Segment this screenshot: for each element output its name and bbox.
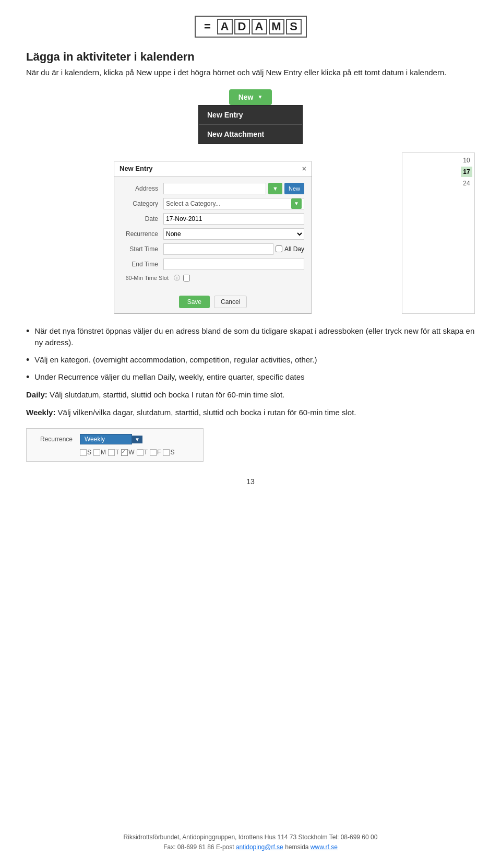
bullet-item-3: • Under Recurrence väljer du mellan Dail…: [26, 371, 475, 383]
date-input[interactable]: [163, 213, 304, 225]
day-cb-m[interactable]: [93, 449, 100, 456]
day-label-s1: S: [87, 449, 91, 456]
cal-row-24: 24: [404, 178, 472, 189]
daily-text: Välj slutdatum, starttid, sluttid och bo…: [47, 390, 284, 399]
end-time-row: End Time: [122, 259, 304, 270]
recurrence-input-group: None: [163, 228, 304, 240]
heading-section: Lägga in aktiviteter i kalendern När du …: [26, 50, 475, 79]
recurrence-row: Recurrence None: [122, 228, 304, 240]
footer-email-link[interactable]: antidoping@rf.se: [236, 843, 283, 851]
page-footer: Riksidrottsförbundet, Antidopinggruppen,…: [0, 832, 501, 852]
allday-label: All Day: [284, 245, 304, 253]
logo-char-a: A: [217, 19, 233, 34]
new-entry-menu-item[interactable]: New Entry: [199, 105, 302, 125]
day-w: W: [121, 449, 134, 456]
save-button[interactable]: Save: [179, 296, 210, 308]
daily-paragraph: Daily: Välj slutdatum, starttid, sluttid…: [26, 389, 475, 401]
day-cb-s1[interactable]: [80, 449, 87, 456]
new-button[interactable]: New ▼: [229, 89, 272, 105]
start-time-input[interactable]: [163, 243, 273, 255]
bullet-text-2: Välj en kategori. (overnight accommodati…: [34, 354, 475, 366]
allday-checkbox[interactable]: [276, 245, 282, 252]
footer-line2: Fax: 08-699 61 86 E-post antidoping@rf.s…: [0, 842, 501, 852]
address-row: Address ▼ New: [122, 183, 304, 194]
dialog-title: New Entry: [120, 165, 153, 172]
bullet-dot-2: •: [26, 354, 29, 366]
day-s1: S: [80, 449, 91, 456]
logo-char-d: D: [234, 19, 250, 34]
recurrence-select[interactable]: None: [163, 228, 304, 240]
address-new-button[interactable]: New: [284, 183, 304, 194]
allday-checkbox-row: All Day: [276, 243, 304, 255]
cal-row-17: 17: [404, 167, 472, 177]
rec-select[interactable]: Weekly: [80, 434, 132, 444]
day-cb-f[interactable]: [150, 449, 157, 456]
bullets-section: • När det nya fönstret öppnas väljer du …: [26, 325, 475, 384]
bullet-dot-1: •: [26, 325, 29, 349]
footer-website-link[interactable]: www.rf.se: [311, 843, 338, 851]
day-s2: S: [163, 449, 174, 456]
end-time-label: End Time: [122, 261, 163, 268]
day-cb-w[interactable]: [121, 449, 128, 456]
logo-char-s: S: [286, 19, 302, 34]
cal-num-10: 10: [461, 155, 472, 166]
day-label-t1: T: [115, 449, 119, 456]
weekly-label: Weekly:: [26, 408, 55, 417]
intro-text: När du är i kalendern, klicka på New upp…: [26, 67, 475, 79]
day-t1: T: [108, 449, 119, 456]
screenshot-area: New ▼ New Entry New Attachment New Entry…: [26, 89, 475, 314]
day-label-t2: T: [144, 449, 148, 456]
dialog-titlebar: New Entry ×: [114, 161, 312, 177]
day-label-s2: S: [170, 449, 174, 456]
start-time-label: Start Time: [122, 245, 163, 253]
rec-select-value: Weekly: [85, 436, 105, 443]
date-row: Date: [122, 213, 304, 225]
timeslot-row: 60-Min Time Slot ⓘ: [122, 274, 304, 283]
address-input-group: ▼ New: [163, 183, 304, 194]
dialog-close-button[interactable]: ×: [302, 165, 306, 173]
daily-label: Daily:: [26, 390, 47, 399]
dialog-footer: Save Cancel: [114, 291, 312, 313]
day-m: M: [93, 449, 106, 456]
category-input-group: Select a Category... ▼: [163, 198, 304, 209]
day-f: F: [150, 449, 161, 456]
day-cb-t2[interactable]: [137, 449, 144, 456]
address-arrow-button[interactable]: ▼: [268, 183, 282, 194]
page-number: 13: [26, 477, 475, 486]
new-entry-dialog: New Entry × Address ▼ New: [114, 161, 312, 314]
new-dropdown-menu: New Entry New Attachment: [198, 105, 303, 144]
recurrence-screenshot: Recurrence Weekly ▼ S M T: [26, 428, 204, 462]
address-input[interactable]: [163, 183, 266, 194]
new-button-arrow: ▼: [257, 94, 263, 100]
new-attachment-menu-item[interactable]: New Attachment: [199, 125, 302, 144]
bullet-item-1: • När det nya fönstret öppnas väljer du …: [26, 325, 475, 349]
end-time-input[interactable]: [163, 259, 304, 270]
rec-select-arrow-button[interactable]: ▼: [132, 436, 142, 443]
day-t2: T: [137, 449, 148, 456]
timeslot-checkbox[interactable]: [183, 275, 190, 281]
calendar-preview: 10 17 24: [402, 153, 475, 314]
day-cb-t1[interactable]: [108, 449, 115, 456]
day-cb-s2[interactable]: [163, 449, 170, 456]
new-button-label: New: [238, 93, 254, 101]
recurrence-label: Recurrence: [122, 230, 163, 238]
logo-equals-icon: =: [200, 19, 216, 34]
days-row: S M T W T F S: [80, 449, 196, 456]
footer-hemsida-text: hemsida: [283, 843, 311, 851]
start-time-row: Start Time All Day: [122, 243, 304, 255]
timeslot-info-icon: ⓘ: [174, 274, 180, 283]
cal-num-24: 24: [461, 178, 472, 189]
logo-char-m: M: [269, 19, 284, 34]
date-label: Date: [122, 215, 163, 222]
cal-num-17: 17: [461, 167, 472, 177]
category-select[interactable]: Select a Category... ▼: [163, 198, 304, 209]
cancel-button[interactable]: Cancel: [214, 296, 247, 308]
address-label: Address: [122, 185, 163, 192]
footer-fax-text: Fax: 08-699 61 86 E-post: [163, 843, 236, 851]
category-arrow-button[interactable]: ▼: [291, 198, 302, 209]
bullet-text-3: Under Recurrence väljer du mellan Daily,…: [34, 371, 475, 383]
bullet-text-1: När det nya fönstret öppnas väljer du en…: [34, 325, 475, 349]
day-label-m: M: [101, 449, 106, 456]
weekly-text: Välj vilken/vilka dagar, slutdatum, star…: [55, 408, 356, 417]
logo-box: = A D A M S: [195, 16, 307, 38]
